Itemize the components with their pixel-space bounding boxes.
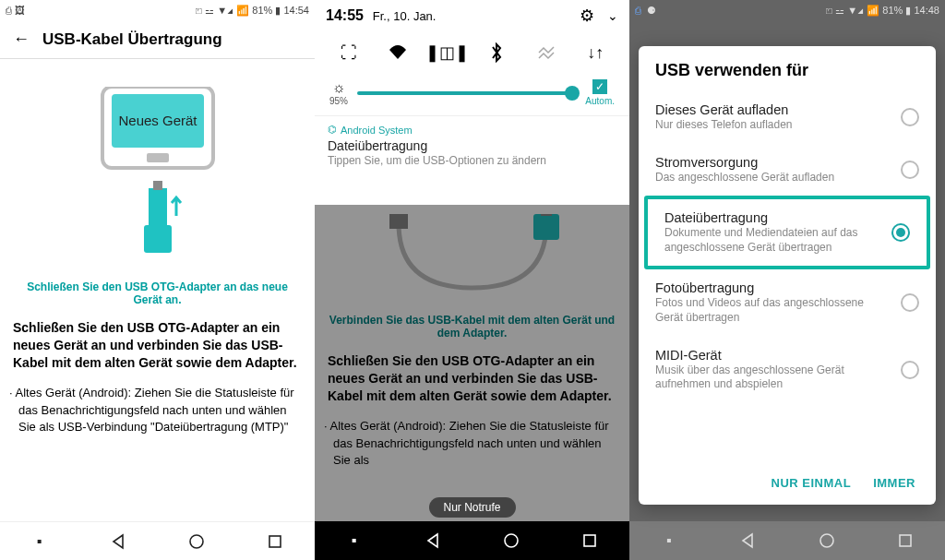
nav-home-icon[interactable] (818, 531, 836, 550)
nav-back-icon[interactable] (738, 531, 757, 550)
dim-overlay (315, 205, 629, 521)
data-saver-icon[interactable] (532, 39, 560, 66)
notification-android-system[interactable]: ⌬ Android System Dateiübertragung Tippen… (315, 115, 629, 178)
dialog-title: USB verwenden für (639, 61, 936, 91)
nav-notification-icon[interactable]: ▪ (660, 531, 678, 550)
highlight-box: Dateiübertragung Dokumente und Mediendat… (644, 196, 930, 269)
fullscreen-icon[interactable]: ⛶ (335, 39, 363, 66)
brightness-value: 95% (329, 96, 348, 106)
data-icon[interactable]: ↓↑ (581, 39, 609, 66)
brightness-slider-row: ☼ 95% ✓ Autom. (315, 74, 629, 115)
brightness-slider[interactable] (357, 91, 576, 95)
toast-emergency: Nur Notrufe (428, 497, 515, 518)
screen-usb-dialog: ⎙⚈ ⏍ ⚍ ▼◢ 📶 81% ▮ 14:48 USB verwenden fü… (629, 0, 945, 560)
nav-notification-icon[interactable]: ▪ (345, 531, 364, 550)
nav-bar: ▪ (0, 521, 315, 560)
radio-icon (901, 108, 919, 126)
svg-rect-4 (153, 181, 162, 190)
always-button[interactable]: IMMER (873, 476, 915, 490)
status-bar: ⎙⚈ ⏍ ⚍ ▼◢ 📶 81% ▮ 14:48 (629, 0, 945, 20)
svg-rect-14 (900, 535, 911, 546)
nav-back-icon[interactable] (109, 532, 127, 551)
instruction-highlight: Schließen Sie den USB OTG-Adapter an das… (0, 280, 315, 316)
usb-use-dialog: USB verwenden für Dieses Gerät aufladen … (639, 46, 936, 505)
qs-date: Fr., 10. Jan. (373, 9, 437, 23)
svg-rect-5 (144, 225, 172, 253)
svg-point-6 (190, 535, 203, 548)
nav-home-icon[interactable] (187, 532, 206, 551)
notif-title: Dateiübertragung (328, 138, 616, 153)
back-icon[interactable]: ← (13, 30, 30, 49)
instruction-main: Schließen Sie den USB OTG-Adapter an ein… (0, 316, 315, 383)
qs-header: 14:55 Fr., 10. Jan. ⚙ ⌄ (315, 0, 629, 31)
option-power-supply[interactable]: Stromversorgung Das angeschlossene Gerät… (639, 144, 936, 197)
status-left: ⎙ 🖼 (6, 5, 25, 16)
screen-usb-transfer: ⎙ 🖼 ⏍ ⚍ ▼◢ 📶 81% ▮ 14:54 ← USB-Kabel Übe… (0, 0, 315, 560)
nav-bar: ▪ (629, 521, 945, 560)
dialog-actions: NUR EINMAL IMMER (639, 469, 936, 499)
bluetooth-icon[interactable] (483, 39, 510, 66)
nav-recent-icon[interactable] (896, 531, 915, 550)
radio-icon (901, 361, 919, 379)
status-bar: ⎙ 🖼 ⏍ ⚍ ▼◢ 📶 81% ▮ 14:54 (0, 0, 315, 20)
once-button[interactable]: NUR EINMAL (772, 476, 852, 490)
nav-recent-icon[interactable] (266, 532, 284, 551)
wifi-icon[interactable] (384, 39, 412, 66)
option-file-transfer[interactable]: Dateiübertragung Dokumente und Mediendat… (648, 199, 927, 266)
svg-rect-7 (269, 536, 281, 547)
nav-back-icon[interactable] (424, 531, 442, 550)
nav-notification-icon[interactable]: ▪ (30, 532, 49, 551)
notif-app-name: Android System (341, 125, 413, 136)
screen-quick-settings: 14:55 Fr., 10. Jan. ⚙ ⌄ ⛶ ❚◫❚ ↓↑ ☼ 95% ✓… (315, 0, 629, 560)
radio-icon (901, 293, 919, 312)
settings-icon[interactable]: ⚙ (580, 6, 594, 26)
device-label: Neues Gerät (118, 113, 197, 128)
option-midi[interactable]: MIDI-Gerät Musik über das angeschlossene… (639, 337, 936, 403)
android-icon: ⌬ (328, 124, 337, 136)
svg-point-11 (505, 534, 518, 547)
usb-illustration: Neues Gerät (0, 59, 315, 280)
svg-rect-2 (147, 153, 169, 162)
notif-subtitle: Tippen Sie, um die USB-Optionen zu änder… (328, 154, 616, 167)
auto-brightness-toggle[interactable]: ✓ Autom. (585, 79, 615, 106)
qs-toggle-row: ⛶ ❚◫❚ ↓↑ (315, 31, 629, 74)
radio-icon (901, 161, 919, 179)
svg-point-13 (820, 534, 833, 547)
app-header: ← USB-Kabel Übertragung (0, 20, 315, 59)
brightness-icon: ☼ (329, 79, 348, 96)
nav-bar: ▪ (315, 521, 629, 560)
qs-time: 14:55 (326, 7, 364, 23)
status-left: ⎙⚈ (635, 5, 656, 17)
vibrate-icon[interactable]: ❚◫❚ (434, 39, 461, 66)
nav-recent-icon[interactable] (580, 531, 599, 550)
option-photo-transfer[interactable]: Fotoübertragung Fotos und Videos auf das… (639, 269, 936, 336)
option-charge-device[interactable]: Dieses Gerät aufladen Nur dieses Telefon… (639, 91, 936, 144)
status-right: ⏍ ⚍ ▼◢ 📶 81% ▮ 14:48 (826, 5, 939, 17)
chevron-down-icon[interactable]: ⌄ (607, 8, 618, 23)
page-title: USB-Kabel Übertragung (42, 30, 222, 49)
nav-home-icon[interactable] (502, 531, 520, 550)
svg-rect-12 (584, 535, 595, 546)
instruction-bullet-1: Altes Gerät (Android): Ziehen Sie die St… (0, 383, 315, 437)
radio-icon-selected (891, 223, 910, 242)
status-right: ⏍ ⚍ ▼◢ 📶 81% ▮ 14:54 (196, 5, 309, 17)
svg-rect-3 (149, 188, 167, 230)
